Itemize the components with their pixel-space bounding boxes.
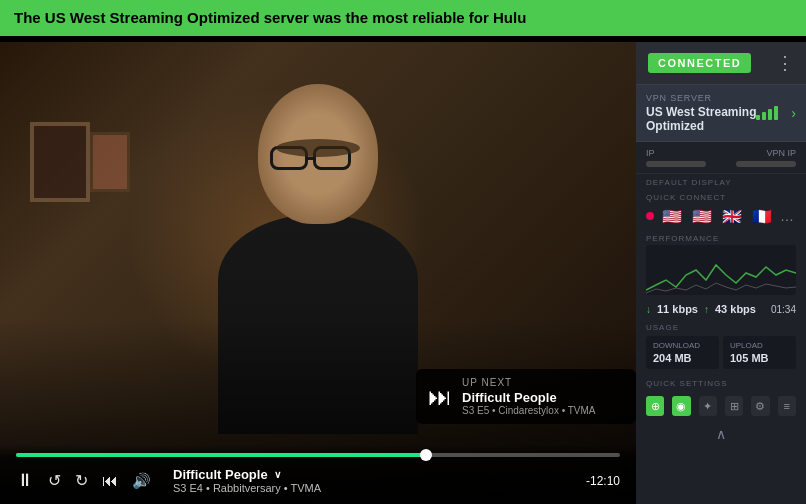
flag-fr[interactable]: 🇫🇷: [750, 208, 774, 224]
qs-icon-6[interactable]: ≡: [778, 396, 796, 416]
upload-arrow: ↑: [704, 304, 709, 315]
quick-connect-row: 🇺🇸 🇺🇸 🇬🇧 🇫🇷 …: [636, 204, 806, 230]
vpn-server-arrow[interactable]: ›: [791, 105, 796, 121]
vpn-ip-value: [721, 161, 796, 167]
flag-us1[interactable]: 🇺🇸: [660, 208, 684, 224]
banner-text: The US West Streaming Optimized server w…: [14, 9, 526, 26]
vpn-menu-button[interactable]: ⋮: [776, 52, 794, 74]
signal-bars: [756, 106, 778, 120]
up-next-label: UP NEXT: [462, 377, 624, 388]
performance-label: PERFORMANCE: [636, 230, 806, 245]
time-display: 01:34: [771, 304, 796, 315]
download-val: 204 MB: [653, 352, 712, 364]
quick-settings-icons: ⊕ ◉ ✦ ⊞ ⚙ ≡: [646, 392, 796, 420]
video-overlay: [0, 42, 636, 504]
ip-left: IP: [646, 148, 721, 167]
connected-badge: CONNECTED: [648, 53, 751, 73]
connect-dot: [646, 212, 654, 220]
show-subtitle: S3 E4 • Rabbitversary • TVMA: [173, 482, 321, 494]
vpn-panel: CONNECTED ⋮ VPN SERVER US West Streaming…: [636, 42, 806, 504]
qs-icon-1[interactable]: ⊕: [646, 396, 664, 416]
usage-label: USAGE: [636, 319, 806, 334]
qs-icon-3[interactable]: ✦: [699, 396, 717, 416]
upload-speed: 43 kbps: [715, 303, 756, 315]
ip-label: IP: [646, 148, 721, 158]
default-display-label: DEFAULT DISPLAY: [636, 174, 806, 189]
vpn-header: CONNECTED ⋮: [636, 42, 806, 85]
upload-label: Upload: [730, 341, 789, 350]
upload-usage: Upload 105 MB: [723, 336, 796, 369]
qs-icon-5[interactable]: ⚙: [751, 396, 769, 416]
progress-fill: [16, 453, 427, 457]
up-next-info: UP NEXT Difficult People S3 E5 • Cindare…: [462, 377, 624, 416]
vpn-server-label: VPN SERVER: [646, 93, 796, 103]
quick-settings-label: QUICK SETTINGS: [636, 375, 806, 390]
progress-bar[interactable]: [16, 453, 620, 457]
show-title-line: Difficult People ∨: [173, 467, 321, 482]
up-next-subtitle: S3 E5 • Cindarestylox • TVMA: [462, 405, 624, 416]
play-pause-button[interactable]: ⏸: [16, 470, 34, 491]
quick-connect-label: QUICK CONNECT: [636, 189, 806, 204]
controls-left: ⏸ ↺ ↻ ⏮ 🔊 Difficult People ∨ S3 E4 • Rab…: [16, 467, 321, 494]
up-next-panel[interactable]: ⏭ UP NEXT Difficult People S3 E5 • Cinda…: [416, 369, 636, 424]
ip-right: VPN IP: [721, 148, 796, 167]
flag-gb[interactable]: 🇬🇧: [720, 208, 744, 224]
show-title: Difficult People: [173, 467, 268, 482]
speed-row: ↓ 11 kbps ↑ 43 kbps 01:34: [636, 299, 806, 319]
controls-row: ⏸ ↺ ↻ ⏮ 🔊 Difficult People ∨ S3 E4 • Rab…: [16, 467, 620, 494]
vpn-server-row[interactable]: VPN SERVER US West Streaming Optimized ›: [636, 85, 806, 142]
ip-row: IP VPN IP: [636, 142, 806, 174]
up-next-play-button[interactable]: ⏭: [428, 383, 452, 411]
skip-back-button[interactable]: ⏮: [102, 472, 118, 490]
qs-icon-2[interactable]: ◉: [672, 396, 690, 416]
download-label: Download: [653, 341, 712, 350]
vpn-ip-label: VPN IP: [721, 148, 796, 158]
more-flags-button[interactable]: …: [780, 208, 794, 224]
performance-section: [636, 245, 806, 299]
quick-settings-section: ⊕ ◉ ✦ ⊞ ⚙ ≡: [636, 390, 806, 422]
ip-value: [646, 161, 721, 167]
video-area: ⏸ ↺ ↻ ⏮ 🔊 Difficult People ∨ S3 E4 • Rab…: [0, 42, 636, 504]
qs-icon-4[interactable]: ⊞: [725, 396, 743, 416]
up-next-title: Difficult People: [462, 390, 624, 405]
time-display: -12:10: [586, 474, 620, 488]
progress-dot: [420, 449, 432, 461]
rewind-button[interactable]: ↺: [48, 471, 61, 490]
show-caret[interactable]: ∨: [274, 469, 281, 480]
upload-val: 105 MB: [730, 352, 789, 364]
usage-row: Download 204 MB Upload 105 MB: [646, 336, 796, 369]
flag-us2[interactable]: 🇺🇸: [690, 208, 714, 224]
chevron-up-button[interactable]: ∧: [636, 422, 806, 446]
download-arrow: ↓: [646, 304, 651, 315]
volume-button[interactable]: 🔊: [132, 472, 151, 490]
usage-section: Download 204 MB Upload 105 MB: [636, 334, 806, 375]
top-banner: The US West Streaming Optimized server w…: [0, 0, 806, 36]
forward-button[interactable]: ↻: [75, 471, 88, 490]
show-info: Difficult People ∨ S3 E4 • Rabbitversary…: [173, 467, 321, 494]
player-controls: ⏸ ↺ ↻ ⏮ 🔊 Difficult People ∨ S3 E4 • Rab…: [0, 445, 636, 504]
download-usage: Download 204 MB: [646, 336, 719, 369]
download-speed: 11 kbps: [657, 303, 698, 315]
performance-chart: [646, 245, 796, 295]
